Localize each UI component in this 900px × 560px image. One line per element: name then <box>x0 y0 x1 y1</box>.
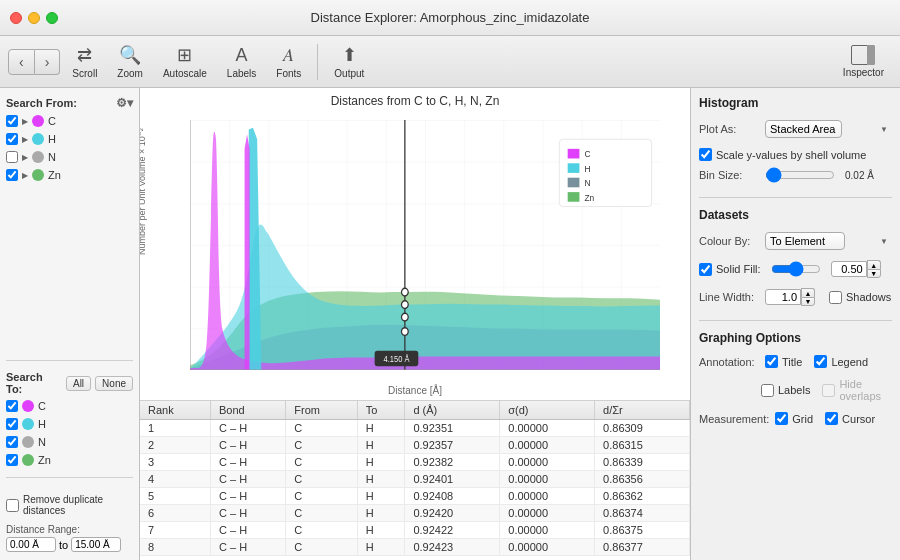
window-buttons <box>10 12 58 24</box>
label-to-C: C <box>38 400 46 412</box>
shadows-checkbox[interactable] <box>829 291 842 304</box>
table-cell: H <box>357 488 405 505</box>
legend-check-label: Legend <box>831 356 868 368</box>
measurement-row: Measurement: Grid Cursor <box>699 412 892 425</box>
labels-tool[interactable]: A Labels <box>219 41 264 83</box>
table-cell: C <box>286 539 357 556</box>
title-checkbox[interactable] <box>765 355 778 368</box>
chart-container[interactable]: 3.0 2.5 2.0 1.5 1.0 0.5 0.0 1.5 2.0 2.5 … <box>140 110 690 400</box>
solid-fill-slider[interactable] <box>771 261 821 277</box>
table-cell: 3 <box>140 454 210 471</box>
table-row: 1C – HCH0.923510.000000.86309 <box>140 420 690 437</box>
autoscale-tool[interactable]: ⊞ Autoscale <box>155 40 215 83</box>
autoscale-icon: ⊞ <box>177 44 192 66</box>
checkbox-from-Zn[interactable] <box>6 169 18 181</box>
close-button[interactable] <box>10 12 22 24</box>
table-cell: 0.86377 <box>595 539 690 556</box>
svg-text:C: C <box>584 149 591 160</box>
dot-from-Zn <box>32 169 44 181</box>
labels-checkbox[interactable] <box>761 384 774 397</box>
cursor-checkbox[interactable] <box>825 412 838 425</box>
legend-checkbox[interactable] <box>814 355 827 368</box>
table-cell: 0.92382 <box>405 454 500 471</box>
scroll-tool[interactable]: ⇄ Scroll <box>64 40 105 83</box>
dist-to-input[interactable] <box>71 537 121 552</box>
main-content: Search From: ⚙▾ ▶ C ▶ H ▶ N ▶ Zn <box>0 88 900 560</box>
checkbox-from-C[interactable] <box>6 115 18 127</box>
bin-size-value: 0.02 Å <box>845 170 874 181</box>
maximize-button[interactable] <box>46 12 58 24</box>
fonts-tool[interactable]: 𝐴 Fonts <box>268 41 309 83</box>
labels-icon: A <box>236 45 248 66</box>
solid-fill-up[interactable]: ▲ <box>867 260 881 269</box>
table-cell: 5 <box>140 488 210 505</box>
scale-y-checkbox[interactable] <box>699 148 712 161</box>
bin-size-slider[interactable] <box>765 167 835 183</box>
table-cell: C <box>286 437 357 454</box>
checkbox-to-C[interactable] <box>6 400 18 412</box>
scale-y-label: Scale y-values by shell volume <box>716 149 866 161</box>
colour-by-select-wrap: To Element From Element <box>765 232 892 250</box>
table-cell: C – H <box>210 437 285 454</box>
table-cell: 0.00000 <box>500 505 595 522</box>
autoscale-label: Autoscale <box>163 68 207 79</box>
titlebar: Distance Explorer: Amorphous_zinc_imidaz… <box>0 0 900 36</box>
table-cell: C – H <box>210 505 285 522</box>
dot-to-H <box>22 418 34 430</box>
nav-prev-button[interactable]: ‹ <box>8 49 35 75</box>
svg-text:N: N <box>584 178 590 189</box>
nav-next-button[interactable]: › <box>35 49 61 75</box>
all-button[interactable]: All <box>66 376 91 391</box>
gear-icon[interactable]: ⚙▾ <box>116 96 133 110</box>
minimize-button[interactable] <box>28 12 40 24</box>
zoom-tool[interactable]: 🔍 Zoom <box>109 40 151 83</box>
line-width-input[interactable] <box>765 289 801 305</box>
dist-from-input[interactable] <box>6 537 56 552</box>
table-row: 6C – HCH0.924200.000000.86374 <box>140 505 690 522</box>
inspector-button[interactable]: Inspector <box>835 41 892 82</box>
checkbox-from-H[interactable] <box>6 133 18 145</box>
solid-fill-label: Solid Fill: <box>716 263 761 275</box>
col-rank: Rank <box>140 401 210 420</box>
output-tool[interactable]: ⬆ Output <box>326 40 372 83</box>
checkbox-from-N[interactable] <box>6 151 18 163</box>
labels-label: Labels <box>227 68 256 79</box>
table-cell: H <box>357 471 405 488</box>
dot-from-C <box>32 115 44 127</box>
checkbox-to-H[interactable] <box>6 418 18 430</box>
line-width-down[interactable]: ▼ <box>801 297 815 306</box>
title-check-row: Title <box>765 355 802 368</box>
sidebar: Search From: ⚙▾ ▶ C ▶ H ▶ N ▶ Zn <box>0 88 140 560</box>
solid-fill-checkbox[interactable] <box>699 263 712 276</box>
grid-checkbox[interactable] <box>775 412 788 425</box>
remove-dup-checkbox[interactable] <box>6 499 19 512</box>
table-cell: 0.86315 <box>595 437 690 454</box>
solid-fill-check-row: Solid Fill: <box>699 263 761 276</box>
table-cell: 0.86374 <box>595 505 690 522</box>
line-width-up[interactable]: ▲ <box>801 288 815 297</box>
histogram-section-title: Histogram <box>699 96 892 110</box>
plot-as-select[interactable]: Stacked Area Line Bar <box>765 120 842 138</box>
solid-fill-stepper-btns: ▲ ▼ <box>867 260 881 278</box>
nav-buttons: ‹ › <box>8 49 60 75</box>
dot-to-Zn <box>22 454 34 466</box>
hide-overlaps-checkbox[interactable] <box>822 384 835 397</box>
checkbox-to-Zn[interactable] <box>6 454 18 466</box>
solid-fill-down[interactable]: ▼ <box>867 269 881 278</box>
table-row: 3C – HCH0.923820.000000.86339 <box>140 454 690 471</box>
checkbox-to-N[interactable] <box>6 436 18 448</box>
table-row: 8C – HCH0.924230.000000.86377 <box>140 539 690 556</box>
svg-text:Zn: Zn <box>584 192 594 203</box>
colour-by-select[interactable]: To Element From Element <box>765 232 845 250</box>
svg-rect-29 <box>568 149 580 159</box>
label-from-H: H <box>48 133 56 145</box>
output-label: Output <box>334 68 364 79</box>
table-cell: C <box>286 420 357 437</box>
element-to-C: C <box>6 399 133 413</box>
zoom-icon: 🔍 <box>119 44 141 66</box>
datasets-section-title: Datasets <box>699 208 892 222</box>
inspector-panel: Histogram Plot As: Stacked Area Line Bar… <box>690 88 900 560</box>
plot-as-row: Plot As: Stacked Area Line Bar <box>699 120 892 138</box>
none-button[interactable]: None <box>95 376 133 391</box>
solid-fill-value-input[interactable] <box>831 261 867 277</box>
